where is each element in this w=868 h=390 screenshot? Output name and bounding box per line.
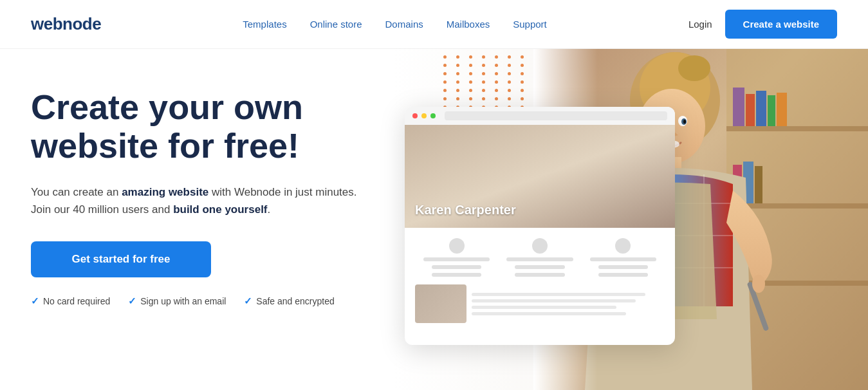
- decoration-dot: [443, 64, 447, 67]
- decoration-dot: [469, 89, 472, 92]
- decoration-dot: [508, 64, 511, 67]
- decoration-dot: [508, 97, 511, 100]
- decoration-dot: [521, 64, 524, 67]
- mockup-icon-2: [532, 238, 548, 254]
- nav-item-support[interactable]: Support: [513, 19, 547, 30]
- mockup-site-title: Karen Carpenter: [415, 203, 516, 218]
- mockup-text-1a: [423, 257, 490, 261]
- hero-desc-plain: You can create an: [31, 186, 122, 198]
- hero-content: Create your own website for free! You ca…: [0, 49, 412, 333]
- browser-url-bar: [445, 111, 667, 120]
- decoration-dot: [521, 97, 524, 100]
- login-link[interactable]: Login: [688, 19, 712, 30]
- decoration-dot: [495, 97, 498, 100]
- mockup-small-image: [415, 284, 466, 323]
- nav-item-templates[interactable]: Templates: [243, 19, 286, 30]
- mockup-text-3c: [598, 273, 649, 277]
- mockup-text-line-1: [472, 293, 645, 296]
- mockup-text-3a: [590, 257, 656, 261]
- check-icon-3: ✓: [244, 295, 252, 307]
- mockup-features-row: [415, 238, 665, 277]
- mockup-hero-image: Karen Carpenter: [405, 125, 675, 228]
- decoration-dot: [456, 64, 459, 67]
- mockup-text-2b: [515, 265, 565, 269]
- decoration-dot: [443, 89, 447, 92]
- svg-rect-10: [777, 93, 787, 126]
- decoration-dot: [508, 80, 511, 84]
- decoration-dot: [469, 64, 472, 67]
- decoration-dot: [469, 55, 472, 59]
- svg-rect-13: [755, 166, 762, 203]
- decoration-dot: [443, 55, 447, 59]
- decoration-dot: [508, 89, 511, 92]
- mockup-text-2a: [506, 257, 573, 261]
- mockup-text-line-2: [472, 299, 636, 302]
- svg-rect-8: [756, 91, 766, 126]
- decoration-dot: [443, 72, 447, 75]
- decoration-dot: [469, 80, 472, 84]
- decoration-dot: [456, 72, 459, 75]
- decoration-dot: [495, 72, 498, 75]
- hero-desc-bold2: build one yourself: [173, 203, 267, 216]
- hero-desc-end: .: [268, 203, 271, 216]
- decoration-dot: [469, 72, 472, 75]
- browser-dot-red: [412, 113, 418, 118]
- mockup-text-3b: [598, 265, 649, 269]
- mockup-text-1b: [432, 265, 482, 269]
- decoration-dot: [495, 55, 498, 59]
- decoration-dot: [482, 80, 485, 84]
- decoration-dot: [521, 80, 524, 84]
- mockup-page-content: [405, 228, 675, 333]
- mockup-browser-bar: [405, 107, 675, 125]
- nav-item-mailboxes[interactable]: Mailboxes: [447, 19, 490, 30]
- header-actions: Login Create a website: [688, 10, 837, 39]
- decoration-dot: [456, 55, 459, 59]
- svg-rect-6: [733, 88, 744, 126]
- decoration-dot: [508, 72, 511, 75]
- create-website-button[interactable]: Create a website: [725, 10, 837, 39]
- browser-dot-green: [430, 113, 436, 118]
- header: webnode Templates Online store Domains M…: [0, 0, 868, 49]
- trust-badges: ✓ No card required ✓ Sign up with an ema…: [31, 295, 381, 307]
- decoration-dot: [495, 64, 498, 67]
- check-icon-1: ✓: [31, 295, 39, 307]
- decoration-dot: [456, 97, 459, 100]
- main-nav: Templates Online store Domains Mailboxes…: [243, 19, 547, 30]
- decoration-dot: [482, 55, 485, 59]
- check-icon-2: ✓: [128, 295, 136, 307]
- decoration-dot: [482, 97, 485, 100]
- hero-title: Create your own website for free!: [31, 88, 381, 165]
- mockup-text-line-4: [472, 312, 626, 315]
- badge-no-card-text: No card required: [43, 296, 110, 306]
- svg-point-23: [683, 120, 686, 124]
- svg-rect-9: [768, 95, 775, 126]
- mockup-feature-1: [415, 238, 498, 277]
- badge-email-signup-text: Sign up with an email: [140, 296, 226, 306]
- hero-visuals: Karen Carpenter: [366, 49, 868, 390]
- decoration-dot: [521, 72, 524, 75]
- decoration-dot: [521, 89, 524, 92]
- badge-safe-encrypted: ✓ Safe and encrypted: [244, 295, 334, 307]
- svg-point-16: [678, 55, 710, 81]
- svg-point-33: [752, 275, 765, 293]
- decoration-dot: [456, 80, 459, 84]
- hero-section: Create your own website for free! You ca…: [0, 49, 868, 390]
- get-started-button[interactable]: Get started for free: [31, 241, 211, 277]
- nav-item-domains[interactable]: Domains: [385, 19, 423, 30]
- badge-no-card: ✓ No card required: [31, 295, 110, 307]
- badge-safe-text: Safe and encrypted: [256, 296, 334, 306]
- nav-item-online-store[interactable]: Online store: [310, 19, 362, 30]
- svg-rect-3: [726, 126, 868, 131]
- website-mockup: Karen Carpenter: [405, 107, 675, 345]
- hero-description: You can create an amazing website with W…: [31, 183, 365, 218]
- decoration-dot: [521, 55, 524, 59]
- decoration-dot: [443, 97, 447, 100]
- decoration-dot: [456, 89, 459, 92]
- svg-rect-7: [746, 94, 755, 126]
- decoration-dot: [482, 89, 485, 92]
- mockup-feature-3: [582, 238, 665, 277]
- hero-desc-bold1: amazing website: [122, 186, 208, 198]
- decoration-dot: [508, 55, 511, 59]
- browser-dot-yellow: [421, 113, 427, 118]
- decoration-dot: [482, 72, 485, 75]
